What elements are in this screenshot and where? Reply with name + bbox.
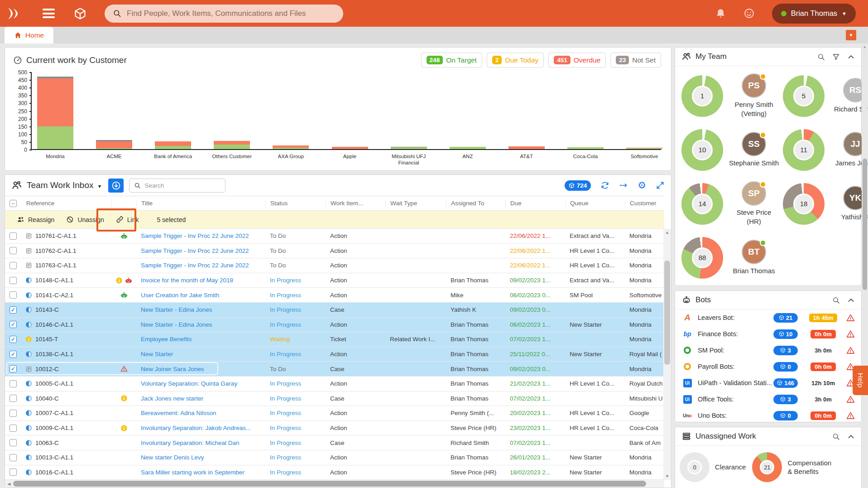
unassigned-item[interactable]: 0Clearance <box>680 452 746 482</box>
unassign-button[interactable]: Unassign <box>66 216 104 223</box>
column-header-due[interactable]: Due <box>505 199 565 208</box>
bot-row[interactable]: Payroll Bots:00h 0m <box>675 358 861 375</box>
bot-row[interactable]: UiOffice Tools:33h 0m <box>675 391 861 407</box>
bot-count-badge[interactable]: 0 <box>773 411 798 420</box>
table-row[interactable]: 10005-C-A1.1Voluntary Separation: Quinta… <box>5 377 664 391</box>
title-link[interactable]: New Starter <box>136 351 265 358</box>
title-link[interactable]: New starter Denis Levy <box>136 454 265 461</box>
table-row[interactable]: ✓10138-C-A1.1New StarterIn ProgressActio… <box>5 347 664 362</box>
column-header-wait-type[interactable]: Wait Type <box>385 199 446 208</box>
column-header-status[interactable]: Status <box>265 199 326 208</box>
inbox-title[interactable]: Team Work Inbox <box>27 180 93 190</box>
collapse-icon[interactable] <box>847 53 855 61</box>
scroll-up-arrow[interactable]: ▲ <box>862 43 868 49</box>
title-link[interactable]: Sample Trigger - Inv Proc 22 June 2022 <box>136 247 265 254</box>
search-icon[interactable] <box>817 53 825 61</box>
title-link[interactable]: Involuntary Separation: Jakob Andreas... <box>136 425 265 431</box>
refresh-icon[interactable] <box>600 181 609 190</box>
team-member[interactable]: 14SPSteve Price (HR) <box>678 177 779 231</box>
hamburger-menu-icon[interactable] <box>43 9 55 18</box>
help-button[interactable]: Help <box>853 366 868 395</box>
feedback-smiley-icon[interactable] <box>743 8 755 19</box>
title-link[interactable]: Sara Miller starting work in September <box>136 469 265 476</box>
row-checkbox[interactable]: ✓ <box>10 365 17 372</box>
row-checkbox[interactable]: ✓ <box>10 321 17 328</box>
vertical-scroll-thumb[interactable] <box>664 261 670 365</box>
bot-row[interactable]: ALeavers Bot:211h 45m <box>675 309 861 326</box>
title-link[interactable]: Invoice for the month of May 2018 <box>136 277 265 284</box>
row-checkbox[interactable] <box>10 262 17 269</box>
team-member[interactable]: 5RSRichard Smith <box>779 69 868 123</box>
table-row[interactable]: 10040-CJack Jones new starterIn Progress… <box>5 391 664 406</box>
table-horizontal-scrollbar[interactable]: ◀ <box>5 480 664 488</box>
link-button[interactable]: Link <box>116 216 139 223</box>
search-icon[interactable] <box>832 433 840 440</box>
bar-axa-group[interactable] <box>273 145 309 149</box>
select-all-checkbox[interactable]: – <box>10 200 17 207</box>
table-row[interactable]: ✓10143-CNew Starter - Edina JonesIn Prog… <box>5 303 664 318</box>
table-row[interactable]: 110762-C-A1.1Sample Trigger - Inv Proc 2… <box>5 244 664 259</box>
collapse-icon[interactable] <box>847 433 855 440</box>
title-link[interactable]: Sample Trigger - Inv Proc 22 June 2022 <box>136 232 265 239</box>
team-member[interactable]: 1PSPenny Smith (Vetting) <box>678 69 779 123</box>
pull-work-button[interactable] <box>108 179 124 193</box>
stacked-bar-chart[interactable]: 050100150200250300350400450500MondriaACM… <box>31 72 661 150</box>
table-row[interactable]: ✓10012-CNew Joiner Sara JonesTo DoCaseBr… <box>5 362 664 377</box>
row-checkbox[interactable] <box>10 380 17 387</box>
reassign-button[interactable]: Reassign <box>17 216 54 223</box>
sidebar-scroll-thumb[interactable] <box>863 159 867 290</box>
row-checkbox[interactable] <box>10 425 17 432</box>
column-header-customer[interactable]: Customer <box>625 199 664 208</box>
column-header-reference[interactable]: Reference <box>22 199 111 208</box>
bot-count-badge[interactable]: 0 <box>773 362 798 372</box>
table-row[interactable]: 10141-C-A2.1User Creation for Jake Smith… <box>5 288 664 303</box>
team-member[interactable]: 10SSStephanie Smith <box>678 123 779 177</box>
bot-count-badge[interactable]: 3 <box>773 395 798 404</box>
status-badge-overdue[interactable]: 451Overdue <box>548 53 606 68</box>
status-badge-due-today[interactable]: 2Due Today <box>487 53 544 68</box>
search-icon[interactable] <box>832 296 840 304</box>
table-row[interactable]: 110763-C-A1.1Sample Trigger - Inv Proc 2… <box>5 258 664 273</box>
row-checkbox[interactable]: ✓ <box>10 306 17 314</box>
user-menu-button[interactable]: Brian Thomas ▼ <box>772 4 856 24</box>
row-checkbox[interactable] <box>10 469 17 476</box>
bar-acme[interactable] <box>96 140 132 149</box>
bar-softomotive[interactable] <box>626 148 662 149</box>
bot-row[interactable]: SM Pool:33h 0m <box>675 342 861 358</box>
team-member[interactable]: 18YKYathish K <box>779 177 868 231</box>
title-link[interactable]: Voluntary Separation: Quinta Garay <box>136 380 265 387</box>
bar-apple[interactable] <box>332 147 368 149</box>
settings-gear-icon[interactable]: ⚙ <box>638 181 646 190</box>
bot-row[interactable]: UnoUno Bots:00h 0m <box>675 407 861 424</box>
bot-count-badge[interactable]: 21 <box>773 313 798 323</box>
title-link[interactable]: New Joiner Sara Jones <box>136 366 265 372</box>
tab-overflow-button[interactable]: ▼ <box>846 30 856 40</box>
title-link[interactable]: User Creation for Jake Smith <box>136 292 265 299</box>
row-checkbox[interactable] <box>10 439 17 446</box>
bot-row[interactable]: bpFinance Bots:100h 0m <box>675 326 861 342</box>
column-header-assigned-to[interactable]: Assigned To <box>446 199 505 208</box>
row-checkbox[interactable]: ✓ <box>10 336 17 343</box>
bar-mondria[interactable] <box>37 77 73 149</box>
scroll-up-arrow[interactable]: ▲ <box>663 229 671 236</box>
sidebar-scrollbar[interactable]: ▲ <box>862 43 868 488</box>
scroll-left-arrow[interactable]: ◀ <box>5 482 13 486</box>
bot-count-badge[interactable]: 3 <box>773 346 798 355</box>
app-logo-icon[interactable] <box>6 7 22 20</box>
column-header-queue[interactable]: Queue <box>565 199 625 208</box>
row-checkbox[interactable]: ✓ <box>10 351 17 358</box>
global-search-input[interactable]: Find People, Work Items, Communications … <box>105 5 343 23</box>
row-checkbox[interactable] <box>10 232 17 240</box>
title-link[interactable]: Involuntary Separation: Micheal Dan <box>136 440 265 446</box>
work-manager-cube-icon[interactable] <box>74 7 86 20</box>
title-link[interactable]: Employee Benefits <box>136 336 265 343</box>
title-link[interactable]: Bereavement: Adna Nilsson <box>136 410 265 416</box>
column-header-icons[interactable] <box>111 199 136 208</box>
bot-count-badge[interactable]: 10 <box>773 329 798 339</box>
table-row[interactable]: 110761-C-A1.1Sample Trigger - Inv Proc 2… <box>5 229 664 244</box>
row-checkbox[interactable] <box>10 291 17 299</box>
table-row[interactable]: 10009-C-A1.1Involuntary Separation: Jako… <box>5 421 664 436</box>
bar-anz[interactable] <box>450 147 486 149</box>
bar-mitsubishi-ufj-financial[interactable] <box>391 147 427 149</box>
tab-home[interactable]: Home <box>5 27 53 43</box>
